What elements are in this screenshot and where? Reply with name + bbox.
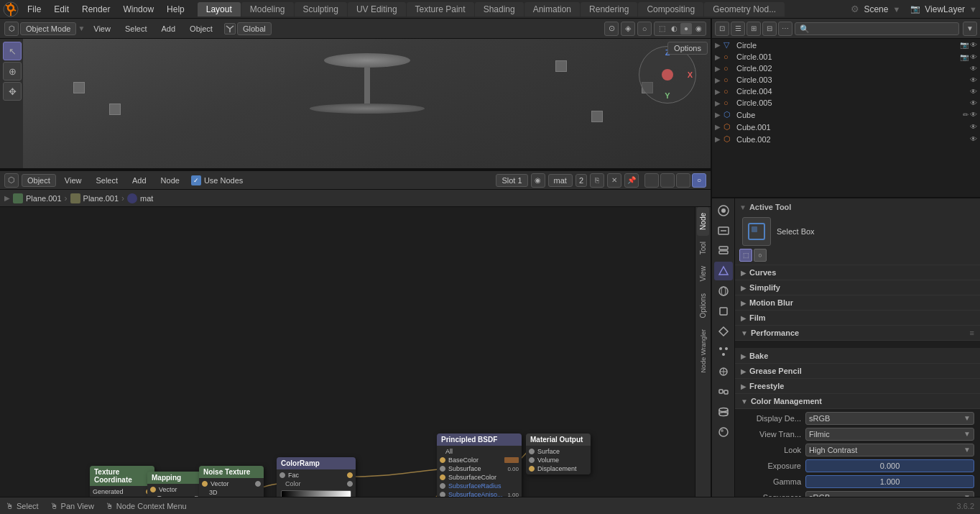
wireframe-mode-icon[interactable]: ⬚ bbox=[656, 23, 667, 35]
mode-selector[interactable]: Object Mode bbox=[20, 22, 76, 35]
tab-uv-editing[interactable]: UV Editing bbox=[348, 2, 406, 17]
prop-icon-modifier[interactable] bbox=[714, 322, 733, 341]
menu-window[interactable]: Window bbox=[117, 3, 160, 16]
prop-icon-object[interactable] bbox=[714, 302, 733, 321]
section-freestyle[interactable]: ▶ Freestyle bbox=[735, 379, 980, 394]
hide-icon[interactable]: 👁 bbox=[970, 111, 977, 119]
menu-help[interactable]: Help bbox=[161, 3, 190, 16]
section-bake[interactable]: ▶ Bake bbox=[735, 349, 980, 364]
nsidebar-tab-node[interactable]: Node bbox=[697, 207, 709, 236]
display-device-select[interactable]: sRGB ▼ bbox=[805, 412, 974, 425]
tab-rendering[interactable]: Rendering bbox=[581, 2, 637, 17]
node-colorramp-1[interactable]: ColorRamp Fac Color bbox=[277, 457, 356, 497]
viewport-icon-2[interactable]: ◈ bbox=[621, 22, 635, 36]
outliner-item-circle-002[interactable]: ▶ ○ Circle.002 👁 bbox=[712, 63, 980, 74]
outliner-item-circle-005[interactable]: ▶ ○ Circle.005 👁 bbox=[712, 97, 980, 109]
node-view[interactable]: View bbox=[59, 175, 88, 186]
node-noise-1[interactable]: Noise Texture Vector 3D bbox=[199, 466, 264, 497]
tab-compositing[interactable]: Compositing bbox=[638, 2, 703, 17]
delete-material-icon[interactable]: ✕ bbox=[607, 173, 621, 188]
prop-icon-particles[interactable] bbox=[714, 342, 733, 361]
tab-layout[interactable]: Layout bbox=[198, 2, 241, 17]
prop-icon-physics[interactable] bbox=[714, 362, 733, 381]
section-color-management[interactable]: ▼ Color Management bbox=[735, 394, 980, 409]
section-grease-pencil[interactable]: ▶ Grease Pencil bbox=[735, 364, 980, 379]
prop-icon-view-layer[interactable] bbox=[714, 242, 733, 260]
nsidebar-tab-tool[interactable]: Tool bbox=[697, 236, 709, 260]
options-button[interactable]: Options bbox=[667, 42, 708, 55]
prop-icon-scene[interactable] bbox=[714, 262, 733, 280]
copy-material-icon[interactable]: ⎘ bbox=[590, 173, 604, 188]
prop-icon-material[interactable] bbox=[714, 423, 733, 441]
hide-icon[interactable]: 👁 bbox=[970, 123, 977, 131]
section-simplify[interactable]: ▶ Simplify bbox=[735, 280, 980, 295]
tab-texture-paint[interactable]: Texture Paint bbox=[407, 2, 474, 17]
outliner-item-cube[interactable]: ▶ ⬡ Cube ✏ 👁 bbox=[712, 109, 980, 121]
section-motion-blur[interactable]: ▶ Motion Blur bbox=[735, 295, 980, 311]
tab-geometry-nodes[interactable]: Geometry Nod... bbox=[704, 2, 785, 17]
material-name[interactable]: mat bbox=[548, 174, 573, 187]
prop-icon-world[interactable] bbox=[714, 282, 733, 300]
nsidebar-tab-options[interactable]: Options bbox=[697, 288, 709, 323]
outliner-item-circle-003[interactable]: ▶ ○ Circle.003 👁 bbox=[712, 74, 980, 86]
section-performance[interactable]: ▼ Performance ≡ bbox=[735, 326, 980, 341]
viewport-add[interactable]: Add bbox=[156, 23, 182, 35]
node-right-icon-1[interactable] bbox=[644, 173, 659, 188]
node-select[interactable]: Select bbox=[90, 175, 124, 186]
exposure-input[interactable]: 0.000 bbox=[805, 459, 974, 472]
solid-mode-icon[interactable]: ◐ bbox=[668, 23, 680, 35]
node-texture-coordinate[interactable]: Texture Coordinate Generated Normal UV O… bbox=[90, 466, 154, 497]
gamma-input[interactable]: 1.000 bbox=[805, 475, 974, 488]
prop-icon-render[interactable] bbox=[714, 201, 733, 220]
node-node[interactable]: Node bbox=[155, 175, 185, 186]
tab-shading[interactable]: Shading bbox=[475, 2, 524, 17]
section-curves[interactable]: ▶ Curves bbox=[735, 265, 980, 280]
outliner-item-cube-001[interactable]: ▶ ⬡ Cube.001 👁 bbox=[712, 121, 980, 133]
node-material-output[interactable]: Material Output Surface Volume bbox=[526, 433, 591, 474]
node-canvas[interactable]: Texture Coordinate Generated Normal UV O… bbox=[0, 207, 695, 497]
menu-render[interactable]: Render bbox=[76, 3, 116, 16]
hide-icon[interactable]: 👁 bbox=[970, 53, 977, 61]
outliner-filter-icon[interactable]: ▼ bbox=[963, 22, 977, 36]
hide-icon[interactable]: 👁 bbox=[970, 88, 977, 96]
hide-icon[interactable]: 👁 bbox=[970, 99, 977, 107]
nsidebar-tab-node-wrangler[interactable]: Node Wrangler bbox=[698, 323, 709, 378]
slot-selector[interactable]: Slot 1 bbox=[496, 174, 527, 187]
move-tool-icon[interactable]: ✥ bbox=[3, 82, 22, 101]
outliner-icon-1[interactable]: ⊡ bbox=[715, 22, 729, 36]
sequencer-select[interactable]: sRGB ▼ bbox=[805, 491, 974, 497]
prop-icon-constraints[interactable] bbox=[714, 382, 733, 401]
hide-icon[interactable]: 👁 bbox=[970, 76, 977, 84]
select-tool-icon[interactable]: ↖ bbox=[3, 42, 22, 60]
hide-icon[interactable]: 👁 bbox=[970, 65, 977, 73]
use-nodes-checkbox[interactable]: ✓ bbox=[191, 175, 201, 185]
tab-animation[interactable]: Animation bbox=[524, 2, 580, 17]
outliner-item-circle-004[interactable]: ▶ ○ Circle.004 👁 bbox=[712, 86, 980, 97]
cursor-tool-icon[interactable]: ⊕ bbox=[3, 62, 22, 81]
prop-icon-output[interactable] bbox=[714, 221, 733, 240]
node-right-icon-4[interactable]: ○ bbox=[692, 173, 706, 188]
hide-icon[interactable]: 👁 bbox=[970, 135, 977, 143]
prop-icon-data[interactable] bbox=[714, 403, 733, 421]
pin-material-icon[interactable]: 📌 bbox=[624, 173, 639, 188]
node-right-icon-2[interactable] bbox=[660, 173, 675, 188]
colorramp-display[interactable] bbox=[281, 490, 351, 497]
nsidebar-tab-view[interactable]: View bbox=[697, 260, 709, 288]
outliner-item-circle[interactable]: ▶ ▽ Circle 📷 👁 bbox=[712, 39, 980, 51]
mini-icon-select-box[interactable]: ⬚ bbox=[739, 249, 752, 262]
node-right-icon-3[interactable] bbox=[676, 173, 690, 188]
rendered-mode-icon[interactable]: ◉ bbox=[693, 23, 704, 35]
menu-file[interactable]: File bbox=[22, 3, 47, 16]
outliner-item-cube-002[interactable]: ▶ ⬡ Cube.002 👁 bbox=[712, 133, 980, 145]
section-film[interactable]: ▶ Film bbox=[735, 311, 980, 326]
viewport-view[interactable]: View bbox=[88, 23, 116, 35]
mini-icon-select-circle[interactable]: ○ bbox=[754, 249, 767, 262]
outliner-icon-3[interactable]: ⊞ bbox=[746, 22, 761, 36]
viewport-icon-3[interactable]: ○ bbox=[637, 22, 652, 36]
outliner-icon-4[interactable]: ⊟ bbox=[762, 22, 777, 36]
look-select[interactable]: High Contrast ▼ bbox=[805, 444, 974, 456]
transform-orientation[interactable]: Global bbox=[237, 22, 272, 35]
color-preview[interactable] bbox=[504, 457, 519, 463]
outliner-icon-2[interactable]: ☰ bbox=[731, 22, 745, 36]
view-transform-select[interactable]: Filmic ▼ bbox=[805, 428, 974, 441]
